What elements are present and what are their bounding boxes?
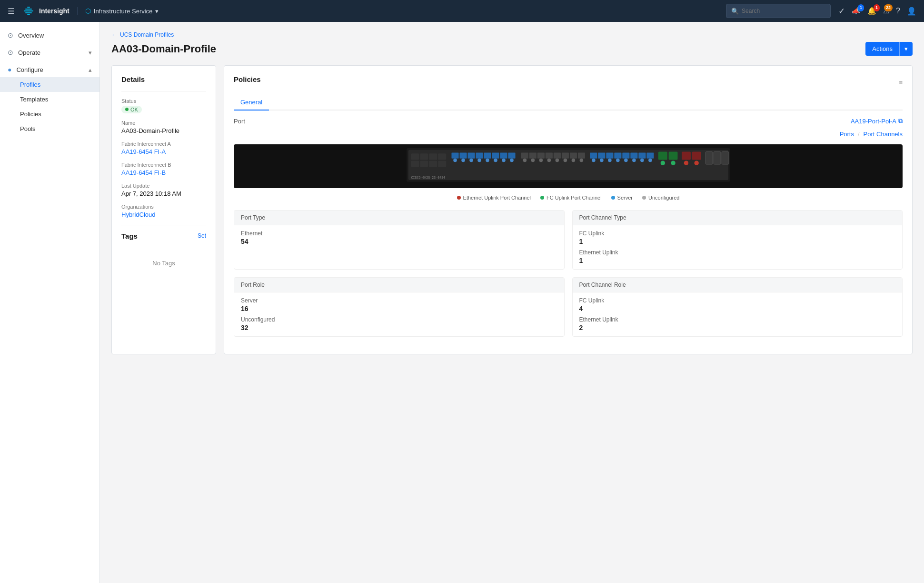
svg-point-63 (684, 161, 688, 165)
actions-button[interactable]: Actions ▾ (865, 42, 913, 56)
detail-org: Organizations HybridCloud (121, 204, 206, 218)
svg-rect-52 (630, 152, 637, 158)
status-value: OK (130, 107, 138, 112)
sidebar-item-templates[interactable]: Templates (0, 92, 99, 107)
user-icon[interactable]: 👤 (907, 7, 916, 16)
svg-point-61 (671, 161, 675, 165)
stat-eth-uplink-value: 1 (579, 257, 896, 264)
fi-a-value[interactable]: AA19-6454 FI-A (121, 148, 206, 155)
overview-icon: ⊙ (8, 31, 13, 39)
stat-eth-uplink-role-value: 2 (579, 324, 896, 332)
main-content: ← UCS Domain Profiles AA03-Domain-Profil… (100, 22, 924, 583)
sidebar-configure-header[interactable]: ● Configure ▴ (0, 62, 99, 77)
port-type-header: Port Type (234, 211, 564, 225)
svg-point-33 (547, 159, 551, 162)
tags-set-button[interactable]: Set (198, 232, 206, 239)
check-circle-icon[interactable]: ✓ (838, 6, 845, 16)
svg-point-29 (531, 159, 535, 162)
port-channel-type-section: Port Channel Type FC Uplink 1 Ethernet U… (572, 210, 903, 270)
sidebar-item-profiles[interactable]: Profiles (0, 77, 99, 92)
copy-icon[interactable]: ⧉ (898, 117, 903, 125)
detail-fi-b: Fabric Interconnect B AA19-6454 FI-B (121, 162, 206, 176)
svg-rect-7 (429, 161, 437, 167)
alert-icon[interactable]: ⚠ 22 (883, 7, 889, 15)
svg-rect-38 (569, 152, 576, 158)
svg-text:CISCO-6K2S-23-6454: CISCO-6K2S-23-6454 (411, 176, 445, 180)
svg-point-35 (555, 159, 559, 162)
svg-rect-18 (484, 152, 491, 158)
help-icon[interactable]: ? (896, 7, 900, 15)
ports-nav-link[interactable]: Ports (840, 131, 854, 138)
stat-server-role-label: Server (241, 297, 557, 304)
port-channel-type-header: Port Channel Type (573, 211, 903, 225)
port-policy-name[interactable]: AA19-Port-Pol-A ⧉ (851, 117, 903, 125)
sidebar-item-policies[interactable]: Policies (0, 107, 99, 121)
port-type-section: Port Type Ethernet 54 (234, 210, 565, 270)
port-legend: Ethernet Uplink Port Channel FC Uplink P… (234, 195, 903, 201)
sidebar-item-pools[interactable]: Pools (0, 121, 99, 136)
svg-rect-20 (492, 152, 499, 158)
svg-point-59 (660, 161, 665, 165)
breadcrumb-arrow-icon: ← (111, 31, 117, 38)
svg-point-41 (579, 159, 583, 162)
svg-point-49 (616, 159, 620, 162)
svg-rect-66 (705, 152, 713, 164)
service-icon: ⬡ (85, 7, 91, 15)
port-channel-role-body: FC Uplink 4 Ethernet Uplink 2 (573, 292, 903, 336)
list-view-icon[interactable]: ≡ (899, 79, 903, 86)
svg-point-27 (523, 159, 527, 162)
legend-ethernet-uplink: Ethernet Uplink Port Channel (457, 195, 531, 201)
port-policy-row: Port AA19-Port-Pol-A ⧉ (234, 117, 903, 125)
megaphone-icon[interactable]: 📣 1 (852, 7, 861, 15)
org-value[interactable]: HybridCloud (121, 211, 206, 218)
policies-tabs: General (234, 95, 903, 111)
port-role-body: Server 16 Unconfigured 32 (234, 292, 564, 336)
sidebar-item-overview[interactable]: ⊙ Overview (0, 28, 99, 43)
sidebar-operate-header[interactable]: ⊙ Operate ▾ (0, 45, 99, 60)
sidebar-section-configure: ● Configure ▴ Profiles Templates Policie… (0, 62, 99, 136)
svg-rect-62 (681, 152, 690, 160)
sidebar: ⊙ Overview ⊙ Operate ▾ ● Configure ▴ (0, 22, 100, 583)
detail-status: Status OK (121, 98, 206, 113)
last-update-label: Last Update (121, 183, 206, 189)
tags-empty-label: No Tags (121, 254, 206, 272)
policies-label: Policies (20, 111, 41, 118)
svg-rect-36 (561, 152, 568, 158)
tab-general[interactable]: General (234, 95, 269, 111)
stat-server-role-value: 16 (241, 305, 557, 312)
legend-label-server: Server (617, 195, 633, 201)
name-label: Name (121, 120, 206, 126)
actions-button-label: Actions (865, 42, 899, 56)
breadcrumb[interactable]: ← UCS Domain Profiles (111, 31, 913, 38)
port-tab-label: Port (234, 118, 245, 125)
configure-chevron-icon: ▴ (89, 66, 92, 73)
service-selector[interactable]: ⬡ Infrastructure Service ▾ (77, 7, 159, 15)
svg-point-11 (453, 159, 457, 162)
port-role-header: Port Role (234, 278, 564, 292)
bell-icon[interactable]: 🔔 1 (867, 7, 876, 15)
svg-point-13 (461, 159, 465, 162)
svg-rect-42 (590, 152, 597, 158)
svg-rect-3 (411, 161, 419, 167)
details-title: Details (121, 75, 206, 83)
port-channels-nav-link[interactable]: Port Channels (864, 131, 903, 138)
brand-logo: Intersight (22, 7, 70, 15)
bell-badge: 1 (874, 4, 880, 11)
svg-rect-16 (476, 152, 483, 158)
hamburger-menu[interactable]: ☰ (8, 7, 14, 16)
page-header: AA03-Domain-Profile Actions ▾ (111, 42, 913, 56)
svg-point-65 (694, 161, 698, 165)
brand-name: Intersight (39, 7, 70, 15)
search-input[interactable] (742, 8, 825, 14)
svg-rect-34 (553, 152, 560, 158)
search-bar[interactable]: 🔍 (726, 4, 831, 18)
svg-rect-24 (508, 152, 515, 158)
configure-icon: ● (8, 66, 11, 73)
port-channel-role-section: Port Channel Role FC Uplink 4 Ethernet U… (572, 277, 903, 337)
actions-button-caret-icon[interactable]: ▾ (900, 42, 913, 56)
fi-b-value[interactable]: AA19-6454 FI-B (121, 169, 206, 176)
tags-title: Tags (121, 232, 138, 240)
svg-point-21 (494, 159, 497, 162)
org-label: Organizations (121, 204, 206, 210)
card-row: Details Status OK Name AA03-Domain-Profi… (111, 65, 913, 354)
